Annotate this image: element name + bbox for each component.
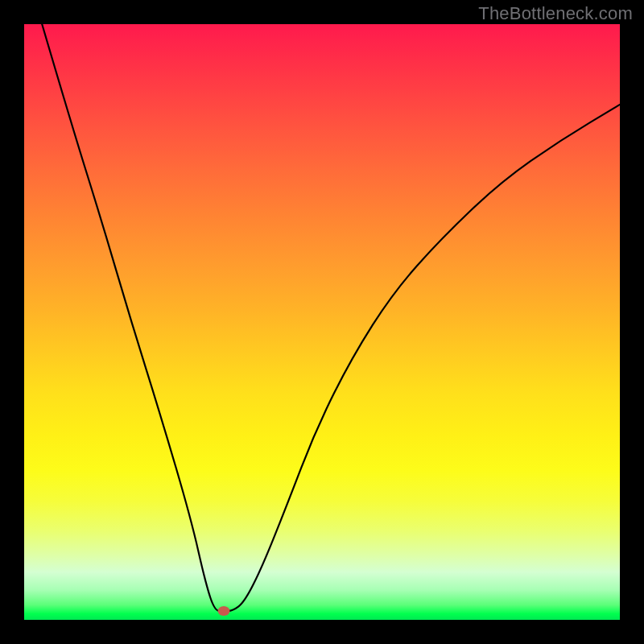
- bottleneck-curve: [24, 24, 620, 620]
- watermark-text: TheBottleneck.com: [478, 3, 633, 24]
- optimum-marker: [217, 606, 229, 616]
- chart-frame: TheBottleneck.com: [0, 0, 644, 644]
- plot-area: [24, 24, 620, 620]
